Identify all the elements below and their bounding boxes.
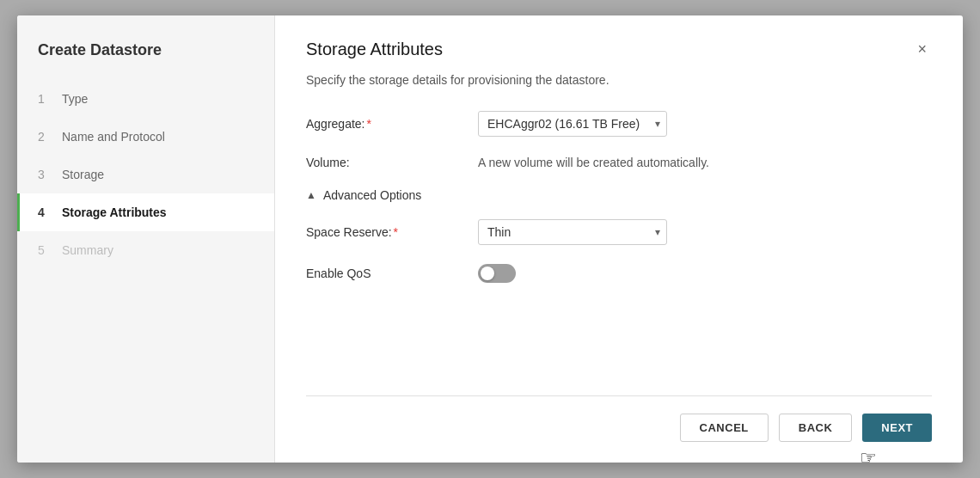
space-reserve-required-star: * [394,225,398,239]
sidebar-title: Create Datastore [17,33,274,80]
main-heading: Storage Attributes [306,40,443,59]
step-num-5: 5 [38,243,52,257]
cancel-button[interactable]: CANCEL [680,414,769,442]
sidebar-item-storage-attributes[interactable]: 4 Storage Attributes [17,193,274,231]
aggregate-dropdown-wrapper: EHCAggr02 (16.61 TB Free) ▾ [478,111,667,137]
enable-qos-row: Enable QoS [306,264,932,283]
modal-footer: CANCEL BACK NEXT [306,395,932,463]
close-button[interactable]: × [912,40,932,58]
back-button[interactable]: BACK [779,414,853,442]
toggle-track [478,264,516,283]
sidebar-item-label-storage: Storage [62,168,104,181]
sidebar-item-type[interactable]: 1 Type [17,80,274,118]
step-num-1: 1 [38,92,52,106]
enable-qos-toggle[interactable] [478,264,516,283]
space-reserve-row: Space Reserve:* Thin Thick ▾ [306,219,932,245]
sidebar-item-label-storage-attributes: Storage Attributes [62,205,167,219]
toggle-thumb [481,267,494,280]
aggregate-label: Aggregate:* [306,117,478,131]
volume-value: A new volume will be created automatical… [478,156,932,169]
aggregate-required-star: * [367,117,371,131]
modal-overlay: Create Datastore 1 Type 2 Name and Proto… [0,0,980,478]
chevron-up-icon: ▲ [306,189,316,201]
enable-qos-label: Enable QoS [306,267,478,280]
create-datastore-modal: Create Datastore 1 Type 2 Name and Proto… [17,15,963,463]
step-num-3: 3 [38,168,52,181]
step-num-4: 4 [38,205,52,219]
aggregate-row: Aggregate:* EHCAggr02 (16.61 TB Free) ▾ [306,111,932,137]
step-num-2: 2 [38,130,52,144]
advanced-options-label: Advanced Options [323,188,421,202]
description-text: Specify the storage details for provisio… [306,73,932,87]
next-button[interactable]: NEXT [862,414,932,442]
space-reserve-label: Space Reserve:* [306,225,478,239]
main-content: Storage Attributes × Specify the storage… [275,15,963,463]
sidebar-item-storage[interactable]: 3 Storage [17,156,274,193]
sidebar-item-label-type: Type [62,92,88,106]
sidebar: Create Datastore 1 Type 2 Name and Proto… [17,15,275,463]
sidebar-item-summary[interactable]: 5 Summary [17,231,274,269]
space-reserve-select[interactable]: Thin Thick [478,219,667,245]
aggregate-select[interactable]: EHCAggr02 (16.61 TB Free) [478,111,667,137]
volume-row: Volume: A new volume will be created aut… [306,156,932,169]
sidebar-item-label-name-protocol: Name and Protocol [62,130,165,144]
space-reserve-dropdown-wrapper: Thin Thick ▾ [478,219,667,245]
volume-label: Volume: [306,156,478,169]
sidebar-item-label-summary: Summary [62,243,113,257]
advanced-options-toggle[interactable]: ▲ Advanced Options [306,188,932,202]
sidebar-item-name-protocol[interactable]: 2 Name and Protocol [17,118,274,156]
main-header: Storage Attributes × [306,40,932,59]
